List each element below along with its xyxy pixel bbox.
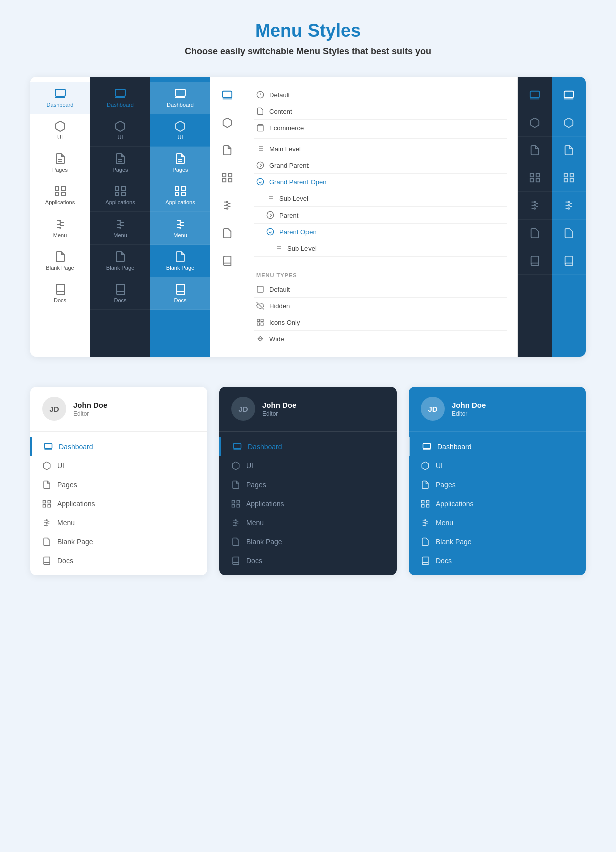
card-nav-pages-light[interactable]: Pages: [30, 475, 207, 494]
card-nav-menu-light[interactable]: Menu: [30, 513, 207, 532]
svg-rect-147: [422, 505, 424, 507]
dropdown-ecommerce[interactable]: Ecommerce: [254, 120, 507, 136]
svg-rect-146: [426, 500, 429, 503]
nav-blank-blue[interactable]: Blank Page: [150, 245, 210, 277]
nav-pages-light[interactable]: Pages: [30, 147, 90, 179]
svg-rect-39: [182, 192, 185, 196]
nav-dark-docs[interactable]: [518, 247, 552, 275]
svg-rect-103: [564, 174, 567, 177]
dropdown-grand-parent[interactable]: Grand Parent: [254, 157, 507, 174]
nav-blue-dashboard[interactable]: [552, 82, 586, 109]
nav-dark-apps[interactable]: [518, 164, 552, 192]
dropdown-default[interactable]: Default: [254, 87, 507, 103]
menu-type-wide[interactable]: Wide: [254, 331, 507, 347]
nav-icon-pages[interactable]: [210, 137, 244, 164]
nav-pages-dark[interactable]: Pages: [90, 147, 150, 179]
nav-dark-pages[interactable]: [518, 137, 552, 164]
card-nav-pages-dark[interactable]: Pages: [219, 475, 397, 494]
nav-ui-dark[interactable]: UI: [90, 114, 150, 147]
nav-blue-apps[interactable]: [552, 164, 586, 192]
svg-rect-23: [122, 192, 125, 196]
nav-blank-light[interactable]: Blank Page: [30, 245, 90, 277]
nav-blue-ui[interactable]: [552, 109, 586, 137]
nav-dashboard-light[interactable]: Dashboard: [30, 82, 90, 114]
card-header-dark: JD John Doe Editor: [219, 387, 397, 432]
nav-icon-docs[interactable]: [210, 247, 244, 275]
svg-rect-51: [228, 174, 231, 177]
card-nav-docs-blue[interactable]: Docs: [409, 551, 586, 570]
card-nav-docs-dark[interactable]: Docs: [219, 551, 397, 570]
card-nav-apps-blue[interactable]: Applications: [409, 494, 586, 513]
nav-icon-blank[interactable]: [210, 220, 244, 247]
svg-point-108: [568, 205, 570, 206]
nav-ui-light[interactable]: UI: [30, 114, 90, 147]
nav-apps-dark[interactable]: Applications: [90, 179, 150, 212]
menu-label-light: Menu: [53, 232, 67, 238]
card-nav-menu-blue[interactable]: Menu: [409, 513, 586, 532]
dashboard-label-light: Dashboard: [47, 102, 74, 108]
menu-type-hidden[interactable]: Hidden: [254, 298, 507, 314]
svg-rect-106: [570, 179, 573, 182]
nav-blue-pages[interactable]: [552, 137, 586, 164]
nav-dashboard-dark[interactable]: Dashboard: [90, 82, 150, 114]
card-nav-apps-dark[interactable]: Applications: [219, 494, 397, 513]
dropdown-sub-level-1[interactable]: Sub Level: [254, 190, 507, 207]
nav-pages-blue[interactable]: Pages: [150, 147, 210, 179]
card-nav-dark: Dashboard UI Pages Applications Menu Bla…: [219, 432, 397, 575]
nav-blank-dark[interactable]: Blank Page: [90, 245, 150, 277]
nav-menu-dark[interactable]: Menu: [90, 212, 150, 245]
svg-rect-20: [115, 187, 119, 190]
card-nav-dashboard-light[interactable]: Dashboard: [30, 437, 207, 456]
card-nav-dashboard-blue[interactable]: Dashboard: [409, 437, 586, 456]
user-name-light: John Doe: [73, 401, 107, 409]
nav-ui-blue[interactable]: UI: [150, 114, 210, 147]
svg-rect-105: [564, 179, 567, 182]
svg-rect-134: [237, 505, 239, 507]
nav-docs-blue[interactable]: Docs: [150, 277, 210, 310]
dropdown-grand-parent-open[interactable]: Grand Parent Open: [254, 174, 507, 190]
nav-blue-blank[interactable]: [552, 220, 586, 247]
card-nav-menu-dark[interactable]: Menu: [219, 513, 397, 532]
card-nav-dashboard-dark[interactable]: Dashboard: [219, 437, 397, 456]
apps-label-blue: Applications: [165, 199, 195, 205]
card-nav-ui-light[interactable]: UI: [30, 456, 207, 475]
card-nav-apps-light[interactable]: Applications: [30, 494, 207, 513]
nav-menu-light[interactable]: Menu: [30, 212, 90, 245]
svg-rect-90: [536, 174, 539, 177]
nav-docs-dark[interactable]: Docs: [90, 277, 150, 310]
dropdown-parent-open[interactable]: Parent Open: [254, 224, 507, 240]
nav-dark-blank[interactable]: [518, 220, 552, 247]
nav-icon-ui[interactable]: [210, 109, 244, 137]
nav-blue-menu[interactable]: [552, 192, 586, 220]
nav-dark-menu[interactable]: [518, 192, 552, 220]
card-nav-pages-blue[interactable]: Pages: [409, 475, 586, 494]
nav-dark-dashboard[interactable]: [518, 82, 552, 109]
svg-point-73: [257, 178, 263, 185]
card-nav-docs-light[interactable]: Docs: [30, 551, 207, 570]
card-header-light: JD John Doe Editor: [30, 387, 207, 432]
svg-rect-148: [426, 505, 429, 507]
nav-icon-apps[interactable]: [210, 164, 244, 192]
card-nav-blank-light[interactable]: Blank Page: [30, 532, 207, 551]
nav-menu-blue[interactable]: Menu: [150, 212, 210, 245]
nav-dashboard-blue[interactable]: Dashboard: [150, 82, 210, 114]
card-nav-ui-dark[interactable]: UI: [219, 456, 397, 475]
menu-type-default[interactable]: Default: [254, 281, 507, 298]
dropdown-sub-level-2[interactable]: Sub Level: [254, 240, 507, 257]
nav-apps-light[interactable]: Applications: [30, 179, 90, 212]
svg-point-94: [534, 205, 536, 206]
card-nav-ui-blue[interactable]: UI: [409, 456, 586, 475]
menu-type-icons-only[interactable]: Icons Only: [254, 314, 507, 331]
nav-blue-docs[interactable]: [552, 247, 586, 275]
card-nav-blank-dark[interactable]: Blank Page: [219, 532, 397, 551]
nav-icon-dashboard[interactable]: [210, 82, 244, 109]
nav-apps-blue[interactable]: Applications: [150, 179, 210, 212]
card-nav-blank-blue[interactable]: Blank Page: [409, 532, 586, 551]
dropdown-parent[interactable]: Parent: [254, 207, 507, 224]
nav-docs-light[interactable]: Docs: [30, 277, 90, 310]
dropdown-main-level[interactable]: Main Level: [254, 141, 507, 157]
nav-icon-menu[interactable]: [210, 192, 244, 220]
svg-point-151: [425, 525, 426, 526]
nav-dark-ui[interactable]: [518, 109, 552, 137]
dropdown-content[interactable]: Content: [254, 103, 507, 120]
